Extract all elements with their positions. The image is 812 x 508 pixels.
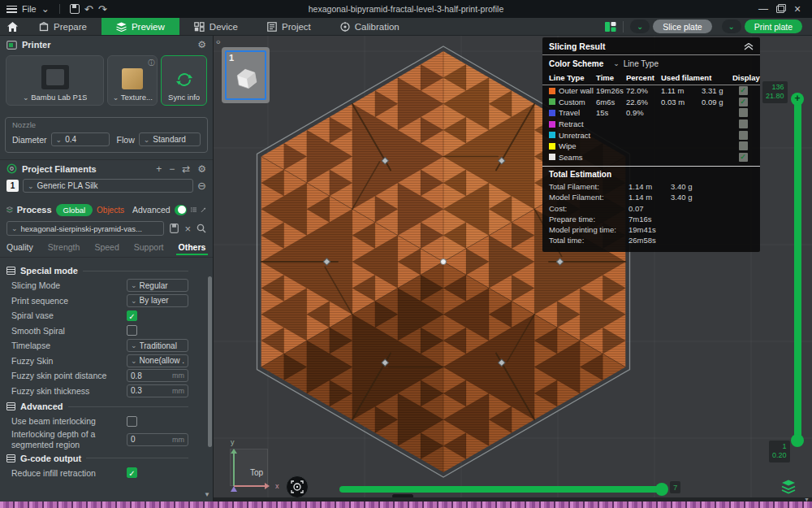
preset-select[interactable]: ⌄hexagonal-sierpinski-pyramid-vas... — [6, 221, 164, 236]
setting-label: Fuzzy skin thickness — [11, 386, 127, 396]
display-checkbox[interactable] — [739, 141, 748, 150]
filament-select[interactable]: ⌄Generic PLA Silk — [23, 179, 193, 193]
display-checkbox[interactable] — [739, 131, 748, 140]
use-beam-interlocking-checkbox[interactable] — [127, 416, 137, 427]
display-checkbox[interactable]: ✓ — [739, 153, 748, 162]
slice-plate-button[interactable]: Slice plate — [653, 20, 711, 33]
print-sequence-select[interactable]: ⌄By layer — [127, 294, 188, 307]
close-button[interactable]: × — [791, 2, 804, 15]
save-preset-icon[interactable] — [170, 224, 179, 233]
move-slider[interactable] — [339, 486, 662, 493]
fuzzy-skin-select[interactable]: ⌄None(allow ... — [127, 354, 188, 367]
delete-preset-icon[interactable]: × — [184, 224, 191, 234]
save-icon[interactable] — [70, 4, 80, 14]
fuzzy-skin-point-distance-input[interactable]: 0.8mm — [127, 369, 188, 382]
line-type-name: Travel — [559, 108, 596, 117]
build-plate-card[interactable]: ⓘ ⌄ Texture... — [107, 55, 158, 106]
tab-strength[interactable]: Strength — [41, 242, 88, 255]
interlocking-depth-of-a-segmented-region-input[interactable]: 0mm — [127, 433, 188, 446]
tab-calibration[interactable]: Calibration — [326, 18, 414, 35]
home-button[interactable] — [0, 18, 24, 35]
view-list-icon[interactable] — [191, 206, 197, 214]
setting-row: Reduce infill retraction✓ — [0, 466, 213, 481]
estimation-row: Total Filament:1.14 m3.40 g — [549, 181, 754, 192]
search-icon[interactable] — [197, 224, 206, 233]
scope-global-button[interactable]: Global — [56, 204, 93, 216]
print-queue-icon[interactable] — [605, 22, 616, 32]
tab-prepare[interactable]: Prepare — [24, 18, 102, 35]
gcode-icon — [6, 454, 15, 462]
slicing-mode-select[interactable]: ⌄Regular — [127, 279, 188, 292]
slice-options-chevron[interactable]: ⌄ — [630, 20, 650, 33]
spiral-vase-checkbox[interactable]: ✓ — [127, 310, 137, 321]
filament-settings-gear-icon[interactable]: ⚙ — [197, 164, 206, 174]
axis-x — [234, 485, 268, 487]
smooth-spiral-checkbox[interactable] — [127, 325, 137, 336]
layer-slider[interactable] — [794, 99, 801, 441]
home-icon — [7, 22, 18, 32]
flow-select[interactable]: ⌄Standard — [139, 132, 201, 146]
display-checkbox[interactable]: ✓ — [739, 86, 748, 95]
setting-row: Fuzzy skin point distance0.8mm — [0, 368, 213, 384]
add-filament-icon[interactable]: + — [156, 164, 162, 174]
tab-project[interactable]: Project — [253, 18, 326, 35]
fuzzy-skin-thickness-input[interactable]: 0.3mm — [127, 384, 188, 397]
scroll-down-icon[interactable]: ▼ — [204, 491, 210, 498]
remove-filament-icon[interactable]: − — [169, 164, 175, 174]
timelapse-select[interactable]: ⌄Traditional — [127, 339, 188, 352]
printer-model-card[interactable]: ⌄ Bambu Lab P1S — [6, 55, 104, 106]
sync-filament-icon[interactable]: ⇄ — [182, 164, 190, 174]
minimize-button[interactable]: — — [757, 3, 770, 15]
scope-objects-button[interactable]: Objects — [97, 206, 124, 215]
display-checkbox[interactable]: ✓ — [739, 98, 748, 106]
diameter-select[interactable]: ⌄0.4 — [51, 132, 110, 146]
plate-thumbnail[interactable]: 1 — [222, 47, 270, 103]
info-icon[interactable]: ⓘ — [148, 59, 154, 67]
redo-icon[interactable]: ↷ — [98, 4, 107, 15]
view-cube[interactable]: Top — [230, 449, 268, 486]
reduce-infill-retraction-checkbox[interactable]: ✓ — [127, 467, 137, 478]
print-plate-button[interactable]: Print plate — [745, 20, 802, 33]
chevron-down-icon[interactable]: ⌄ — [41, 4, 50, 14]
file-menu[interactable]: File — [22, 4, 37, 14]
section-header: Advanced — [0, 398, 213, 414]
remove-slot-icon[interactable]: ⊖ — [197, 180, 206, 191]
display-checkbox[interactable] — [739, 108, 748, 117]
printer-settings-gear-icon[interactable]: ⚙ — [197, 40, 206, 50]
layer-slider-bottom-handle[interactable] — [791, 434, 804, 447]
filaments-header: Project Filaments + − ⇄ ⚙ — [0, 159, 213, 177]
sidebar-scrollbar[interactable] — [208, 276, 212, 447]
line-type-row: Unretract — [542, 129, 760, 141]
tab-preview[interactable]: Preview — [102, 18, 179, 35]
color-scheme-select[interactable]: ⌄Line Type — [610, 59, 707, 69]
collapse-thumbnails-icon[interactable]: ‹› — [216, 37, 220, 46]
fit-view-button[interactable] — [286, 475, 309, 498]
filament-slot-number[interactable]: 1 — [6, 180, 19, 192]
viewport-3d[interactable]: ‹› 1 Slicing Result Col — [214, 36, 812, 501]
sync-info-card[interactable]: Sync info — [161, 55, 207, 106]
layers-view-button[interactable] — [780, 480, 797, 497]
line-type-name: Unretract — [559, 131, 596, 140]
tab-support[interactable]: Support — [127, 242, 171, 255]
advanced-toggle[interactable] — [175, 205, 188, 215]
section-header: Special mode — [0, 263, 213, 278]
setting-row: Timelapse⌄Traditional — [0, 338, 213, 354]
layer-slider-top-handle[interactable]: + — [791, 93, 804, 106]
menu-icon[interactable] — [6, 6, 17, 13]
collapse-panel-icon[interactable] — [744, 43, 754, 50]
display-checkbox[interactable] — [739, 119, 748, 128]
params-wand-icon[interactable] — [201, 206, 206, 215]
move-slider-handle[interactable] — [655, 483, 668, 496]
special-mode-icon — [6, 267, 15, 275]
tab-speed[interactable]: Speed — [87, 242, 126, 255]
line-type-length: 1.11 m — [661, 86, 702, 95]
restore-button[interactable] — [776, 6, 784, 13]
sidebar: Printer ⚙ ⌄ Bambu Lab P1S ⓘ ⌄ Texture...… — [0, 36, 214, 501]
tab-device[interactable]: Device — [179, 18, 253, 35]
undo-icon[interactable]: ↶ — [84, 4, 93, 15]
line-type-row: Wipe — [542, 141, 760, 152]
tab-others[interactable]: Others — [171, 242, 214, 255]
tab-quality[interactable]: Quality — [6, 242, 41, 255]
print-options-chevron[interactable]: ⌄ — [722, 20, 741, 33]
setting-row: Smooth Spiral — [0, 323, 213, 339]
